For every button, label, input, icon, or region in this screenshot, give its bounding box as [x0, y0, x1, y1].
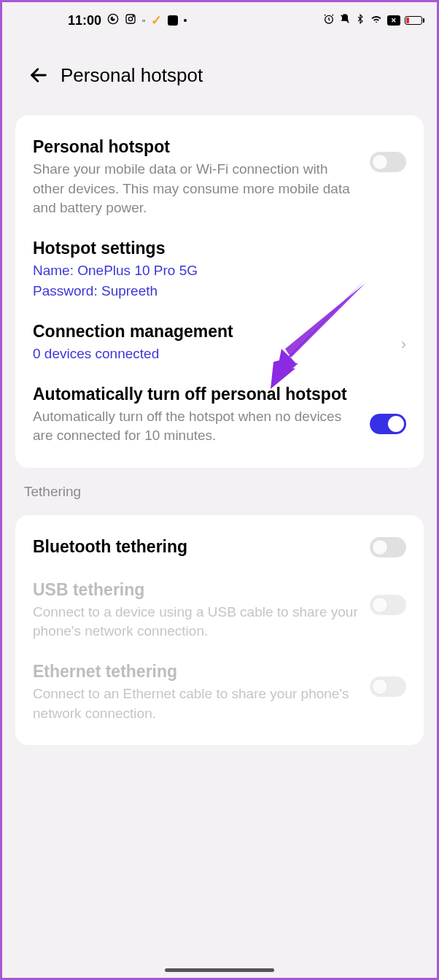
battery-icon	[405, 16, 422, 25]
ethernet-tethering-toggle	[370, 676, 406, 697]
svg-point-2	[128, 17, 132, 20]
check-icon: ✓	[151, 12, 162, 28]
alarm-icon	[323, 13, 335, 28]
usb-tethering-toggle	[370, 595, 406, 615]
status-right: ✕	[323, 13, 422, 28]
tethering-section-label: Tethering	[2, 468, 437, 504]
connection-management-subtitle: 0 devices connected	[33, 344, 388, 364]
connection-management-title: Connection management	[33, 322, 388, 342]
personal-hotspot-toggle[interactable]	[370, 152, 406, 172]
whatsapp-icon	[107, 13, 119, 28]
personal-hotspot-title: Personal hotspot	[33, 137, 362, 157]
usb-tethering-desc: Connect to a device using a USB cable to…	[33, 603, 362, 641]
home-indicator[interactable]	[165, 968, 274, 972]
wifi-icon	[370, 13, 383, 28]
apps-icon: ▫	[142, 15, 145, 26]
hotspot-settings-item[interactable]: Hotspot settings Name: OnePlus 10 Pro 5G…	[33, 228, 406, 312]
personal-hotspot-item[interactable]: Personal hotspot Share your mobile data …	[33, 133, 406, 228]
ethernet-tethering-desc: Connect to an Ethernet cable to share yo…	[33, 684, 362, 723]
no-sim-icon: ✕	[387, 15, 400, 26]
hotspot-card: Personal hotspot Share your mobile data …	[15, 115, 424, 468]
status-time: 11:00	[68, 13, 101, 28]
status-bar: 11:00 ▫ ✓ ✕	[2, 2, 437, 39]
auto-off-desc: Automatically turn off the hotspot when …	[33, 407, 362, 446]
arrow-left-icon	[28, 65, 49, 85]
bluetooth-icon	[355, 13, 365, 28]
personal-hotspot-desc: Share your mobile data or Wi-Fi connecti…	[33, 160, 362, 218]
dot-icon	[184, 19, 187, 22]
instagram-icon	[125, 13, 136, 28]
usb-tethering-title: USB tethering	[33, 580, 362, 600]
bluetooth-tethering-toggle[interactable]	[370, 537, 406, 557]
chevron-right-icon: ›	[401, 335, 406, 354]
bluetooth-tethering-title: Bluetooth tethering	[33, 537, 362, 557]
status-left: 11:00 ▫ ✓	[68, 12, 187, 28]
ethernet-tethering-item: Ethernet tethering Connect to an Etherne…	[33, 652, 406, 728]
svg-point-3	[133, 16, 133, 17]
note-icon	[168, 15, 178, 26]
auto-off-title: Automatically turn off personal hotspot	[33, 385, 362, 404]
connection-management-item[interactable]: Connection management 0 devices connecte…	[33, 312, 406, 374]
bluetooth-tethering-item[interactable]: Bluetooth tethering	[33, 533, 406, 570]
page-title: Personal hotspot	[61, 64, 203, 87]
mute-icon	[339, 13, 351, 28]
auto-off-toggle[interactable]	[370, 414, 406, 434]
ethernet-tethering-title: Ethernet tethering	[33, 662, 362, 682]
page-header: Personal hotspot	[2, 39, 437, 104]
usb-tethering-item: USB tethering Connect to a device using …	[33, 570, 406, 652]
back-button[interactable]	[24, 61, 53, 90]
auto-off-item[interactable]: Automatically turn off personal hotspot …	[33, 374, 406, 450]
hotspot-password-line: Password: Supreeth	[33, 282, 399, 301]
hotspot-name-line: Name: OnePlus 10 Pro 5G	[33, 261, 399, 281]
tethering-card: Bluetooth tethering USB tethering Connec…	[15, 515, 424, 745]
hotspot-settings-title: Hotspot settings	[33, 239, 399, 258]
